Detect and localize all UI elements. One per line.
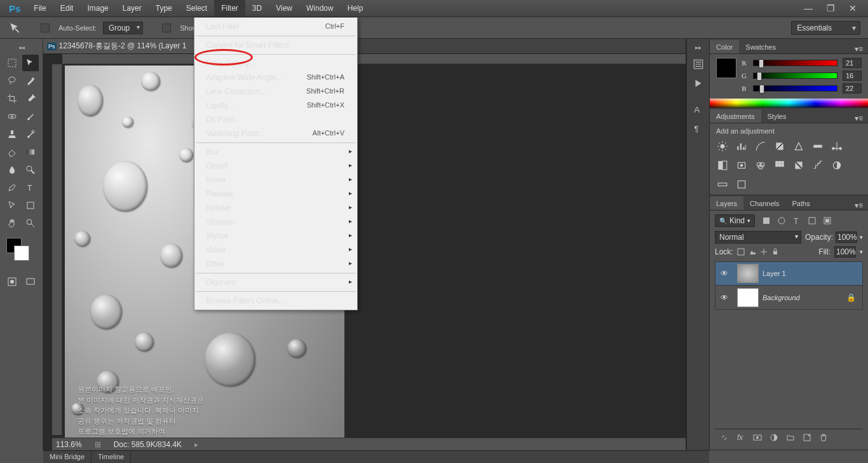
- visibility-icon[interactable]: 👁: [715, 293, 733, 302]
- move-tool[interactable]: [22, 55, 39, 71]
- filter-pixel-icon[interactable]: [762, 216, 771, 225]
- lock-all-icon[interactable]: [771, 248, 779, 256]
- menu-liquify[interactable]: Liquify...Shift+Ctrl+X: [194, 99, 357, 113]
- color-preview[interactable]: [716, 58, 736, 78]
- layer-row[interactable]: 👁 Background 🔒: [715, 286, 863, 310]
- menu-browse-filters[interactable]: Browse Filters Online...: [194, 294, 357, 308]
- menu-help[interactable]: Help: [341, 0, 370, 17]
- filter-type-icon[interactable]: T: [792, 216, 801, 225]
- zoom-tool[interactable]: [22, 215, 39, 232]
- menu-last-filter[interactable]: Last FilterCtrl+F: [194, 20, 357, 34]
- visibility-icon[interactable]: 👁: [715, 269, 733, 278]
- layer-name[interactable]: Layer 1: [763, 270, 786, 277]
- swatches-tab[interactable]: Swatches: [739, 40, 782, 53]
- group-layers-icon[interactable]: [786, 433, 795, 442]
- quick-mask-tool[interactable]: [6, 273, 18, 290]
- filter-smart-icon[interactable]: [823, 216, 832, 225]
- posterize-icon[interactable]: [811, 159, 824, 172]
- layer-name[interactable]: Background: [763, 294, 800, 301]
- lock-transparency-icon[interactable]: [737, 248, 745, 256]
- menu-other[interactable]: Other: [194, 257, 357, 271]
- opacity-value[interactable]: 100%: [836, 232, 857, 243]
- menu-convert-smart[interactable]: Convert for Smart Filters: [194, 38, 357, 52]
- auto-select-dropdown[interactable]: Group: [103, 22, 143, 34]
- menu-view[interactable]: View: [269, 0, 299, 17]
- layers-tab[interactable]: Layers: [710, 197, 743, 210]
- adjustments-menu-icon[interactable]: ▾≡: [850, 114, 868, 123]
- styles-tab[interactable]: Styles: [761, 109, 793, 123]
- path-select-tool[interactable]: [4, 197, 20, 214]
- menu-digimarc[interactable]: Digimarc: [194, 275, 357, 289]
- r-slider[interactable]: [753, 60, 837, 66]
- layer-mask-icon[interactable]: [753, 433, 762, 442]
- eraser-tool[interactable]: [4, 144, 20, 160]
- menu-render[interactable]: Render: [194, 201, 357, 215]
- layer-fx-icon[interactable]: fx: [736, 433, 745, 442]
- menu-vanishing-point[interactable]: Vanishing Point...Alt+Ctrl+V: [194, 127, 357, 141]
- background-swatch[interactable]: [14, 245, 29, 261]
- pen-tool[interactable]: [4, 179, 20, 196]
- hue-icon[interactable]: [811, 140, 824, 153]
- color-balance-icon[interactable]: [831, 140, 843, 153]
- menu-filter[interactable]: Filter: [214, 0, 245, 17]
- gradient-tool[interactable]: [22, 144, 39, 160]
- minimize-button[interactable]: —: [804, 3, 813, 13]
- invert-icon[interactable]: [792, 159, 805, 172]
- photo-filter-icon[interactable]: [735, 159, 748, 172]
- menu-file[interactable]: File: [27, 0, 53, 17]
- shape-tool[interactable]: [22, 197, 39, 214]
- actions-panel-icon[interactable]: [687, 74, 709, 93]
- menu-video[interactable]: Video: [194, 243, 357, 257]
- hand-tool[interactable]: [4, 215, 20, 232]
- workspace-dropdown[interactable]: Essentials: [791, 21, 860, 35]
- menu-sharpen[interactable]: Sharpen: [194, 215, 357, 229]
- curves-icon[interactable]: [754, 140, 767, 153]
- filter-shape-icon[interactable]: [808, 216, 817, 225]
- menu-pixelate[interactable]: Pixelate: [194, 187, 357, 201]
- exposure-icon[interactable]: [773, 140, 786, 153]
- mini-bridge-tab[interactable]: Mini Bridge: [43, 451, 92, 463]
- timeline-tab[interactable]: Timeline: [92, 451, 131, 463]
- menu-3d[interactable]: 3D: [245, 0, 269, 17]
- marquee-tool[interactable]: [4, 55, 20, 71]
- b-slider[interactable]: [753, 85, 837, 92]
- auto-select-checkbox[interactable]: [41, 24, 50, 32]
- adjustments-tab[interactable]: Adjustments: [710, 109, 761, 123]
- menu-stylize[interactable]: Stylize: [194, 229, 357, 243]
- channel-mixer-icon[interactable]: [754, 159, 767, 172]
- menu-adaptive-wide-angle[interactable]: Adaptive Wide Angle...Shift+Ctrl+A: [194, 71, 357, 85]
- history-panel-icon[interactable]: [687, 55, 709, 74]
- document-tab[interactable]: Ps 12345678-홍길동-2 @ 114% (Layer 1 ×: [43, 39, 204, 53]
- paragraph-panel-icon[interactable]: ¶: [687, 118, 709, 137]
- eyedropper-tool[interactable]: [22, 90, 39, 107]
- blend-mode-dropdown[interactable]: Normal: [715, 231, 801, 244]
- maximize-button[interactable]: ❐: [827, 3, 835, 13]
- menu-noise[interactable]: Noise: [194, 173, 357, 187]
- bw-icon[interactable]: [716, 159, 729, 172]
- clone-stamp-tool[interactable]: [4, 126, 20, 142]
- menu-select[interactable]: Select: [179, 0, 214, 17]
- layer-thumbnail[interactable]: [737, 264, 759, 283]
- status-arrow-icon[interactable]: ▸: [194, 440, 198, 449]
- layer-thumbnail[interactable]: [737, 288, 759, 307]
- threshold-icon[interactable]: [831, 159, 843, 172]
- dodge-tool[interactable]: [22, 162, 39, 178]
- b-value[interactable]: 22: [843, 83, 862, 93]
- fill-value[interactable]: 100%: [834, 246, 856, 258]
- menu-image[interactable]: Image: [80, 0, 115, 17]
- color-swatches[interactable]: [6, 238, 32, 263]
- show-transform-checkbox[interactable]: [162, 24, 171, 32]
- magic-wand-tool[interactable]: [22, 73, 39, 89]
- lock-image-icon[interactable]: [749, 248, 756, 256]
- menu-oil-paint[interactable]: Oil Paint...: [194, 113, 357, 127]
- status-nav-icon[interactable]: ⊞: [95, 440, 101, 449]
- lasso-tool[interactable]: [4, 73, 20, 89]
- r-value[interactable]: 21: [843, 58, 862, 68]
- screen-mode-tool[interactable]: [25, 273, 37, 290]
- type-tool[interactable]: T: [22, 179, 39, 196]
- close-button[interactable]: ✕: [849, 3, 857, 13]
- levels-icon[interactable]: [735, 140, 748, 153]
- color-tab[interactable]: Color: [710, 40, 739, 53]
- gradient-map-icon[interactable]: [716, 178, 729, 191]
- menu-lens-correction[interactable]: Lens Correction...Shift+Ctrl+R: [194, 85, 357, 99]
